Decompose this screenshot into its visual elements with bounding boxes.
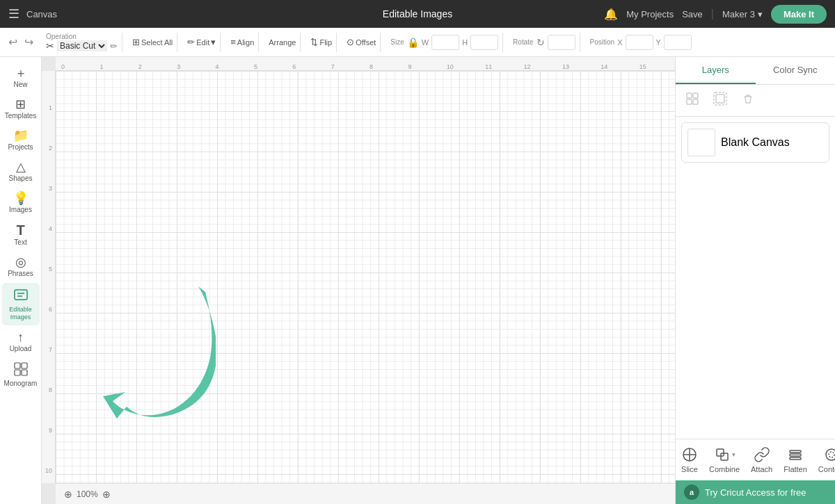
svg-rect-16 [717, 449, 724, 456]
undo-button[interactable]: ↩ [6, 34, 20, 50]
maker-dropdown[interactable]: Maker 3 ▾ [722, 9, 763, 19]
align-icon: ≡ [230, 37, 236, 47]
cricut-logo: a [684, 485, 699, 500]
redo-button[interactable]: ↪ [22, 34, 36, 50]
save-button[interactable]: Save [682, 9, 703, 19]
size-h-input[interactable] [470, 35, 498, 50]
sidebar-item-shapes[interactable]: △ Shapes [2, 156, 40, 186]
sidebar-item-label: Monogram [4, 380, 38, 387]
tab-color-sync[interactable]: Color Sync [756, 57, 836, 84]
zoom-level: 100% [77, 489, 98, 499]
canvas-container[interactable]: 0 1 2 3 4 5 6 7 8 9 10 11 12 13 14 15 1 … [42, 57, 675, 504]
combine-icon [714, 446, 731, 463]
contour-action[interactable]: Contour [818, 446, 835, 473]
cricut-banner[interactable]: a Try Cricut Access for free [676, 480, 835, 504]
sidebar-item-new[interactable]: ＋ New [2, 63, 40, 92]
sidebar-item-label: Editable Images [5, 306, 37, 321]
svg-rect-18 [790, 450, 801, 453]
slice-icon [681, 446, 698, 463]
sidebar-item-templates[interactable]: ⊞ Templates [2, 94, 40, 124]
left-sidebar: ＋ New ⊞ Templates 📁 Projects △ Shapes 💡 … [0, 57, 42, 504]
rotate-input[interactable] [548, 35, 575, 50]
page-title: Editable Images [383, 8, 452, 19]
edit-button[interactable]: ✏ Edit ▾ [187, 37, 216, 47]
position-x-input[interactable] [626, 35, 653, 50]
svg-rect-10 [693, 99, 698, 104]
sidebar-item-images[interactable]: 💡 Images [2, 188, 40, 218]
lock-icon[interactable]: 🔒 [407, 37, 419, 48]
notification-icon[interactable]: 🔔 [604, 8, 618, 21]
right-panel: Layers Color Sync [675, 57, 835, 504]
sidebar-item-label: Shapes [9, 174, 33, 182]
svg-rect-5 [15, 370, 20, 375]
app-name: Canvas [26, 9, 57, 19]
dropdown-arrow: ▾ [211, 37, 216, 47]
tab-layers[interactable]: Layers [676, 57, 756, 84]
operation-group: Operation ✂ Basic Cut ✏ [42, 33, 122, 52]
sidebar-item-editable-images[interactable]: Editable Images [2, 283, 40, 325]
offset-icon: ⊙ [347, 37, 354, 47]
make-it-button[interactable]: Make It [771, 5, 827, 24]
attach-label: Attach [751, 465, 772, 473]
edit-group: ✏ Edit ▾ [183, 33, 221, 52]
layer-item[interactable]: Blank Canvas [681, 122, 829, 163]
offset-button[interactable]: ⊙ Offset [347, 37, 376, 47]
sidebar-item-projects[interactable]: 📁 Projects [2, 125, 40, 155]
arrange-button[interactable]: Arrange [269, 38, 296, 47]
position-group: Position X Y [586, 33, 696, 52]
svg-rect-4 [22, 363, 27, 368]
svg-rect-3 [15, 363, 20, 368]
position-y-input[interactable] [664, 35, 692, 50]
flip-group: ⇅ Flip [306, 33, 337, 52]
flatten-action[interactable]: Flatten [784, 446, 807, 473]
projects-icon: 📁 [13, 129, 29, 142]
offset-group: ⊙ Offset [342, 33, 381, 52]
monogram-icon [14, 362, 28, 378]
bottom-action-bar: Slice ▾ Combine Attach [676, 439, 835, 480]
svg-rect-9 [687, 99, 692, 104]
operation-item: Operation ✂ Basic Cut ✏ [46, 33, 118, 51]
flip-button[interactable]: ⇅ Flip [310, 37, 332, 47]
delete-button[interactable] [740, 90, 756, 111]
arrange-group: Arrange [264, 33, 301, 52]
ungroup-button[interactable] [712, 90, 729, 111]
menu-icon[interactable]: ☰ [8, 6, 19, 22]
edit-pencil-icon[interactable]: ✏ [110, 41, 118, 51]
undo-redo-group: ↩ ↪ [6, 34, 36, 50]
canvas-arrow [97, 279, 216, 425]
select-all-button[interactable]: ⊞ Select All [132, 37, 173, 47]
flip-icon: ⇅ [310, 37, 318, 47]
operation-select[interactable]: Basic Cut [57, 40, 107, 51]
zoom-out-button[interactable]: ⊕ [64, 489, 72, 500]
divider: | [711, 8, 714, 20]
header-left: ☰ Canvas [8, 6, 57, 22]
sidebar-item-phrases[interactable]: ◎ Phrases [2, 252, 40, 282]
arrow-decoration [97, 279, 216, 428]
canvas-grid[interactable] [56, 71, 675, 483]
svg-rect-19 [790, 454, 801, 456]
svg-rect-7 [687, 93, 692, 98]
svg-rect-12 [716, 95, 724, 103]
size-group: Size 🔒 W H [386, 33, 503, 52]
sidebar-item-label: Text [14, 238, 26, 246]
phrases-icon: ◎ [15, 256, 26, 268]
size-w-input[interactable] [431, 35, 459, 50]
slice-action[interactable]: Slice [681, 446, 698, 473]
combine-action[interactable]: ▾ Combine [709, 446, 740, 473]
select-icon: ⊞ [132, 37, 140, 47]
main: ＋ New ⊞ Templates 📁 Projects △ Shapes 💡 … [0, 57, 835, 504]
sidebar-item-upload[interactable]: ↑ Upload [2, 327, 40, 357]
group-button[interactable] [684, 90, 701, 111]
align-group: ≡ Align [226, 33, 259, 52]
sidebar-item-text[interactable]: T Text [2, 219, 40, 250]
my-projects-link[interactable]: My Projects [626, 9, 674, 19]
attach-action[interactable]: Attach [751, 446, 772, 473]
zoom-in-button[interactable]: ⊕ [102, 489, 111, 500]
sidebar-item-monogram[interactable]: Monogram [2, 358, 40, 391]
upload-icon: ↑ [17, 331, 24, 343]
new-icon: ＋ [15, 67, 27, 79]
ruler-left: 1 2 3 4 5 6 7 8 9 10 [42, 71, 56, 483]
slice-label: Slice [681, 465, 698, 473]
align-button[interactable]: ≡ Align [230, 37, 254, 47]
ruler-top: 0 1 2 3 4 5 6 7 8 9 10 11 12 13 14 15 [56, 57, 675, 71]
